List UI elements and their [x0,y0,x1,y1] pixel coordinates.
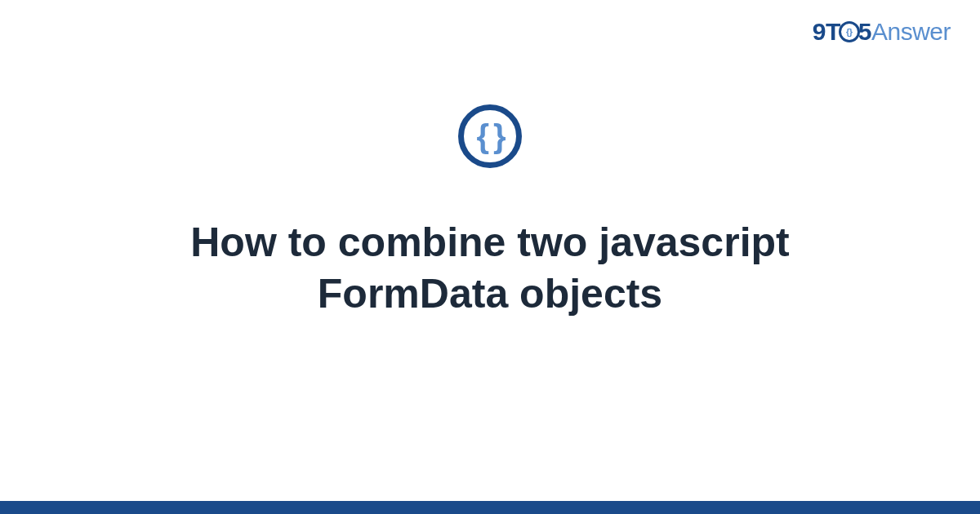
page-title: How to combine two javascript FormData o… [102,217,878,319]
logo-text-5: 5 [858,18,871,45]
logo-circle-glyph: {} [846,28,853,37]
logo-circle-icon: {} [839,21,860,42]
main-content: { } How to combine two javascript FormDa… [0,104,980,319]
footer-accent-bar [0,501,980,514]
braces-icon: { } [476,120,503,153]
site-logo[interactable]: 9T {} 5Answer [813,18,951,46]
logo-text-9t: 9T [813,18,840,45]
logo-text-answer: Answer [871,18,951,45]
topic-icon: { } [458,104,522,168]
